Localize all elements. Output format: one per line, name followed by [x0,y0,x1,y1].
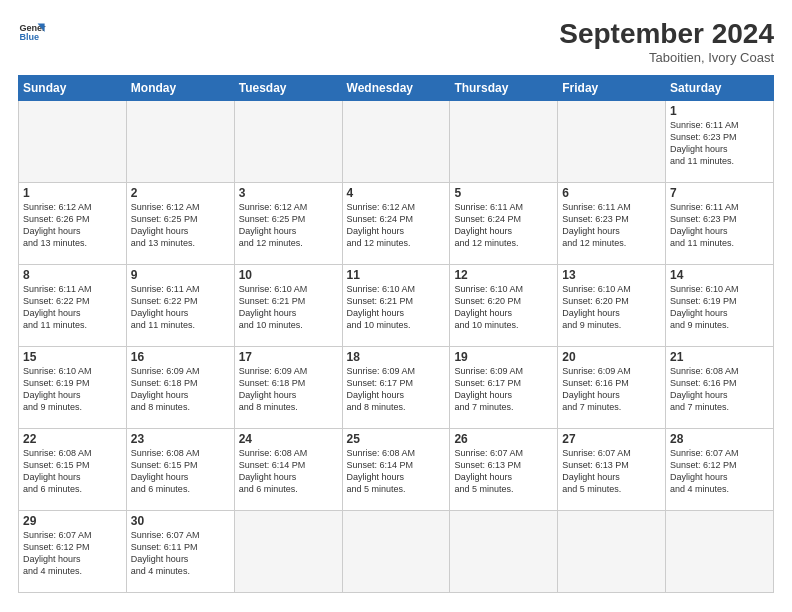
table-cell: 1 Sunrise: 6:12 AMSunset: 6:26 PMDayligh… [19,183,127,265]
table-cell [19,101,127,183]
table-cell: 4 Sunrise: 6:12 AMSunset: 6:24 PMDayligh… [342,183,450,265]
table-cell: 16 Sunrise: 6:09 AMSunset: 6:18 PMDaylig… [126,347,234,429]
table-cell [126,101,234,183]
col-wednesday: Wednesday [342,76,450,101]
table-cell: 25 Sunrise: 6:08 AMSunset: 6:14 PMDaylig… [342,429,450,511]
col-monday: Monday [126,76,234,101]
table-cell: 28 Sunrise: 6:07 AMSunset: 6:12 PMDaylig… [666,429,774,511]
table-cell: 3 Sunrise: 6:12 AMSunset: 6:25 PMDayligh… [234,183,342,265]
table-cell: 10 Sunrise: 6:10 AMSunset: 6:21 PMDaylig… [234,265,342,347]
table-cell [450,511,558,593]
calendar-table: Sunday Monday Tuesday Wednesday Thursday… [18,75,774,593]
calendar-row: 8 Sunrise: 6:11 AMSunset: 6:22 PMDayligh… [19,265,774,347]
table-cell [450,101,558,183]
table-cell: 18 Sunrise: 6:09 AMSunset: 6:17 PMDaylig… [342,347,450,429]
location-subtitle: Taboitien, Ivory Coast [559,50,774,65]
table-cell: 21 Sunrise: 6:08 AMSunset: 6:16 PMDaylig… [666,347,774,429]
table-cell: 15 Sunrise: 6:10 AMSunset: 6:19 PMDaylig… [19,347,127,429]
calendar-row: 1 Sunrise: 6:11 AMSunset: 6:23 PMDayligh… [19,101,774,183]
table-cell: 27 Sunrise: 6:07 AMSunset: 6:13 PMDaylig… [558,429,666,511]
svg-text:Blue: Blue [19,32,39,42]
table-cell [666,511,774,593]
table-cell: 5 Sunrise: 6:11 AMSunset: 6:24 PMDayligh… [450,183,558,265]
table-cell [558,511,666,593]
table-cell: 30 Sunrise: 6:07 AMSunset: 6:11 PMDaylig… [126,511,234,593]
table-cell: 9 Sunrise: 6:11 AMSunset: 6:22 PMDayligh… [126,265,234,347]
table-cell: 7 Sunrise: 6:11 AMSunset: 6:23 PMDayligh… [666,183,774,265]
table-cell [342,511,450,593]
table-cell [234,511,342,593]
table-cell: 8 Sunrise: 6:11 AMSunset: 6:22 PMDayligh… [19,265,127,347]
table-cell [234,101,342,183]
calendar-row: 15 Sunrise: 6:10 AMSunset: 6:19 PMDaylig… [19,347,774,429]
table-cell: 2 Sunrise: 6:12 AMSunset: 6:25 PMDayligh… [126,183,234,265]
table-cell: 11 Sunrise: 6:10 AMSunset: 6:21 PMDaylig… [342,265,450,347]
table-cell: 19 Sunrise: 6:09 AMSunset: 6:17 PMDaylig… [450,347,558,429]
table-cell: 12 Sunrise: 6:10 AMSunset: 6:20 PMDaylig… [450,265,558,347]
calendar-page: General Blue September 2024 Taboitien, I… [0,0,792,612]
table-cell [558,101,666,183]
table-cell [342,101,450,183]
table-cell: 23 Sunrise: 6:08 AMSunset: 6:15 PMDaylig… [126,429,234,511]
col-thursday: Thursday [450,76,558,101]
calendar-row: 1 Sunrise: 6:12 AMSunset: 6:26 PMDayligh… [19,183,774,265]
col-tuesday: Tuesday [234,76,342,101]
header-row: Sunday Monday Tuesday Wednesday Thursday… [19,76,774,101]
table-cell: 26 Sunrise: 6:07 AMSunset: 6:13 PMDaylig… [450,429,558,511]
table-cell: 22 Sunrise: 6:08 AMSunset: 6:15 PMDaylig… [19,429,127,511]
month-title: September 2024 [559,18,774,50]
table-cell: 24 Sunrise: 6:08 AMSunset: 6:14 PMDaylig… [234,429,342,511]
col-sunday: Sunday [19,76,127,101]
logo-icon: General Blue [18,18,46,46]
col-saturday: Saturday [666,76,774,101]
table-cell: 1 Sunrise: 6:11 AMSunset: 6:23 PMDayligh… [666,101,774,183]
table-cell: 17 Sunrise: 6:09 AMSunset: 6:18 PMDaylig… [234,347,342,429]
header: General Blue September 2024 Taboitien, I… [18,18,774,65]
calendar-row: 22 Sunrise: 6:08 AMSunset: 6:15 PMDaylig… [19,429,774,511]
table-cell: 20 Sunrise: 6:09 AMSunset: 6:16 PMDaylig… [558,347,666,429]
table-cell: 6 Sunrise: 6:11 AMSunset: 6:23 PMDayligh… [558,183,666,265]
table-cell: 14 Sunrise: 6:10 AMSunset: 6:19 PMDaylig… [666,265,774,347]
table-cell: 29 Sunrise: 6:07 AMSunset: 6:12 PMDaylig… [19,511,127,593]
table-cell: 13 Sunrise: 6:10 AMSunset: 6:20 PMDaylig… [558,265,666,347]
calendar-row: 29 Sunrise: 6:07 AMSunset: 6:12 PMDaylig… [19,511,774,593]
title-block: September 2024 Taboitien, Ivory Coast [559,18,774,65]
col-friday: Friday [558,76,666,101]
logo: General Blue [18,18,46,46]
